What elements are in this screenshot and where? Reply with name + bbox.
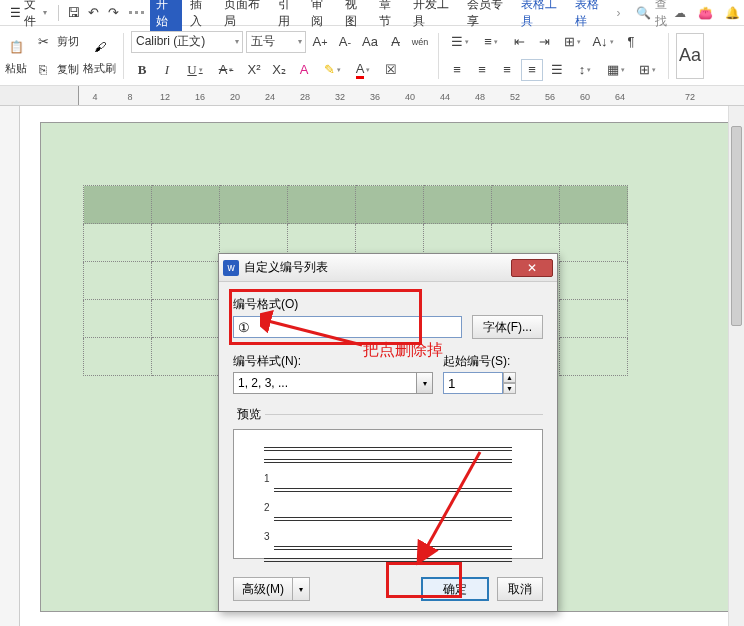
ruler-mark: 32 bbox=[335, 92, 345, 102]
start-spin-up[interactable]: ▲ bbox=[503, 372, 516, 383]
number-format-input[interactable] bbox=[233, 316, 462, 338]
ruler-mark: 36 bbox=[370, 92, 380, 102]
ruler-mark: 72 bbox=[685, 92, 695, 102]
ok-button[interactable]: 确定 bbox=[421, 577, 489, 601]
advanced-label: 高级(M) bbox=[233, 577, 293, 601]
ruler-mark: 16 bbox=[195, 92, 205, 102]
save-icon[interactable]: 🖫 bbox=[64, 2, 82, 24]
indent-icon[interactable]: ⇥ bbox=[533, 31, 555, 53]
number-style-value: 1, 2, 3, ... bbox=[238, 376, 288, 390]
change-case-icon[interactable]: Aa bbox=[359, 31, 381, 53]
shrink-font-icon[interactable]: A- bbox=[334, 31, 356, 53]
preview-num: 3 bbox=[264, 531, 270, 542]
subscript-icon[interactable]: X₂ bbox=[268, 59, 290, 81]
font-color-icon[interactable]: A bbox=[349, 59, 377, 81]
font-name-value: Calibri (正文) bbox=[136, 33, 205, 50]
highlight-icon[interactable]: ✎ bbox=[318, 59, 346, 81]
tabs-overflow-icon[interactable]: › bbox=[612, 6, 624, 20]
notification-icon[interactable]: 🔔 bbox=[725, 6, 740, 20]
ruler-mark: 48 bbox=[475, 92, 485, 102]
ruler-mark: 12 bbox=[160, 92, 170, 102]
menu-file-label: 文件 bbox=[24, 0, 40, 30]
underline-button[interactable]: U bbox=[181, 59, 209, 81]
start-spin-down[interactable]: ▼ bbox=[503, 383, 516, 394]
borders-icon[interactable]: ⊞ bbox=[633, 59, 661, 81]
font-name-combo[interactable]: Calibri (正文)▾ bbox=[131, 31, 243, 53]
format-label: 编号格式(O) bbox=[233, 296, 543, 313]
align-left-icon[interactable]: ≡ bbox=[446, 59, 468, 81]
table-row[interactable] bbox=[84, 186, 628, 224]
copy-icon[interactable]: ⎘ bbox=[32, 59, 54, 81]
ruler-mark: 60 bbox=[580, 92, 590, 102]
ruler-mark: 40 bbox=[405, 92, 415, 102]
start-label: 起始编号(S): bbox=[443, 353, 543, 370]
clear-format-icon[interactable]: A̶ bbox=[384, 31, 406, 53]
paste-group: 📋 粘贴 bbox=[4, 28, 28, 83]
format-painter-label[interactable]: 格式刷 bbox=[83, 61, 116, 76]
redo-icon[interactable]: ↷ bbox=[105, 2, 123, 24]
cut-label[interactable]: 剪切 bbox=[57, 34, 79, 49]
align-justify-icon[interactable]: ≡ bbox=[521, 59, 543, 81]
advanced-button[interactable]: 高级(M) ▾ bbox=[233, 577, 310, 601]
line-spacing-icon[interactable]: ↕ bbox=[571, 59, 599, 81]
preview-num: 1 bbox=[264, 473, 270, 484]
preview-label: 预览 bbox=[233, 406, 265, 423]
bold-button[interactable]: B bbox=[131, 59, 153, 81]
vertical-scrollbar[interactable] bbox=[728, 106, 744, 626]
format-painter-icon[interactable]: 🖌 bbox=[88, 35, 112, 59]
ruler-mark: 64 bbox=[615, 92, 625, 102]
text-effects-icon[interactable]: A bbox=[293, 59, 315, 81]
paste-icon[interactable]: 📋 bbox=[4, 35, 28, 59]
italic-button[interactable]: I bbox=[156, 59, 178, 81]
styles-icon[interactable]: Aa bbox=[676, 33, 704, 79]
sort-icon[interactable]: A↓ bbox=[589, 31, 617, 53]
char-border-icon[interactable]: ☒ bbox=[380, 59, 402, 81]
separator bbox=[438, 33, 439, 79]
tabs-icon[interactable]: ⊞ bbox=[558, 31, 586, 53]
number-style-select[interactable]: 1, 2, 3, ...▾ bbox=[233, 372, 433, 394]
format-painter-group: 🖌 格式刷 bbox=[83, 28, 116, 83]
horizontal-ruler[interactable]: 4 8 12 16 20 24 28 32 36 40 44 48 52 56 … bbox=[0, 86, 744, 106]
separator bbox=[123, 33, 124, 79]
start-number-input[interactable] bbox=[443, 372, 503, 394]
ruler-mark: 44 bbox=[440, 92, 450, 102]
ruler-mark: 24 bbox=[265, 92, 275, 102]
cancel-button[interactable]: 取消 bbox=[497, 577, 543, 601]
copy-label[interactable]: 复制 bbox=[57, 62, 79, 77]
ruler-mark: 28 bbox=[300, 92, 310, 102]
scrollbar-thumb[interactable] bbox=[731, 126, 742, 326]
font-button[interactable]: 字体(F)... bbox=[472, 315, 543, 339]
phonetic-icon[interactable]: wén bbox=[409, 31, 431, 53]
dialog-title: 自定义编号列表 bbox=[244, 259, 328, 276]
font-size-value: 五号 bbox=[251, 33, 275, 50]
search-box[interactable]: 🔍 查找 bbox=[636, 0, 672, 30]
bullets-icon[interactable]: ☰ bbox=[446, 31, 474, 53]
dialog-close-button[interactable]: ✕ bbox=[511, 259, 553, 277]
ruler-mark: 52 bbox=[510, 92, 520, 102]
cut-icon[interactable]: ✂ bbox=[32, 31, 54, 53]
dialog-app-icon: w bbox=[223, 260, 239, 276]
grow-font-icon[interactable]: A+ bbox=[309, 31, 331, 53]
strike-button[interactable]: A bbox=[212, 59, 240, 81]
align-right-icon[interactable]: ≡ bbox=[496, 59, 518, 81]
more-dots[interactable] bbox=[125, 11, 148, 14]
distribute-icon[interactable]: ☰ bbox=[546, 59, 568, 81]
style-label: 编号样式(N): bbox=[233, 353, 433, 370]
separator bbox=[58, 5, 59, 21]
ruler-mark: 8 bbox=[127, 92, 132, 102]
undo-icon[interactable]: ↶ bbox=[84, 2, 102, 24]
numbering-icon[interactable]: ≡ bbox=[477, 31, 505, 53]
shading-icon[interactable]: ▦ bbox=[602, 59, 630, 81]
ruler-mark: 56 bbox=[545, 92, 555, 102]
paste-label[interactable]: 粘贴 bbox=[5, 61, 27, 76]
custom-number-list-dialog: w 自定义编号列表 ✕ 编号格式(O) 字体(F)... 编号样式(N): 1,… bbox=[218, 253, 558, 612]
ruler-mark: 4 bbox=[92, 92, 97, 102]
cloud-sync-icon[interactable]: ☁ bbox=[674, 6, 686, 20]
outdent-icon[interactable]: ⇤ bbox=[508, 31, 530, 53]
align-center-icon[interactable]: ≡ bbox=[471, 59, 493, 81]
font-size-combo[interactable]: 五号▾ bbox=[246, 31, 306, 53]
wallet-icon[interactable]: 👛 bbox=[698, 6, 713, 20]
show-marks-icon[interactable]: ¶ bbox=[620, 31, 642, 53]
superscript-icon[interactable]: X² bbox=[243, 59, 265, 81]
vertical-ruler[interactable] bbox=[0, 106, 20, 626]
